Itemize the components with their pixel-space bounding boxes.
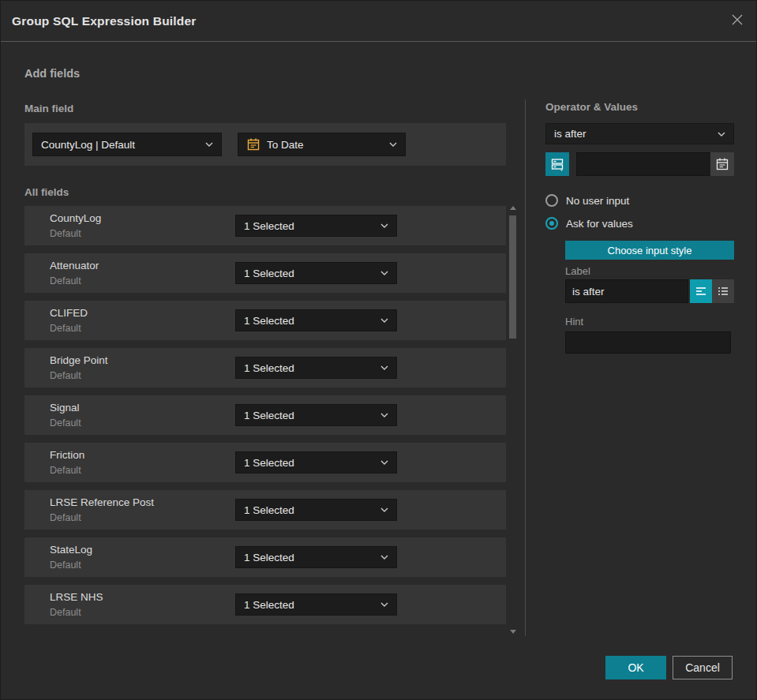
hint-caption: Hint	[565, 316, 583, 328]
radio-no-user-input[interactable]: No user input	[545, 194, 629, 207]
radio-ask-for-values[interactable]: Ask for values	[545, 217, 633, 230]
close-button[interactable]	[728, 12, 747, 31]
label-caption: Label	[565, 265, 590, 277]
all-fields-heading: All fields	[24, 186, 69, 198]
date-picker-button[interactable]	[710, 152, 734, 176]
field-values-select[interactable]: 1 Selected	[235, 593, 397, 616]
chevron-down-icon	[380, 365, 388, 370]
field-row: Bridge Point Default 1 Selected	[24, 348, 506, 387]
scrollbar-thumb[interactable]	[509, 215, 516, 339]
field-row: Signal Default 1 Selected	[24, 395, 506, 435]
chevron-down-icon	[380, 318, 388, 323]
chevron-down-icon	[380, 507, 388, 512]
field-values-select[interactable]: 1 Selected	[235, 357, 397, 379]
radio-icon	[545, 194, 558, 207]
add-fields-heading: Add fields	[24, 67, 80, 80]
main-field-heading: Main field	[24, 103, 73, 114]
value-input-row	[545, 152, 734, 176]
chevron-down-icon	[380, 555, 388, 560]
field-values-select[interactable]: 1 Selected	[235, 451, 397, 474]
main-date-field-select[interactable]: To Date	[238, 133, 406, 156]
field-row: CountyLog Default 1 Selected	[24, 206, 506, 245]
field-values-select[interactable]: 1 Selected	[235, 546, 397, 568]
scroll-up-arrow-icon[interactable]	[510, 206, 516, 210]
list-scrollbar[interactable]	[509, 204, 517, 640]
single-line-input-icon	[695, 285, 707, 298]
chevron-down-icon	[380, 271, 388, 275]
field-row: CLIFED Default 1 Selected	[24, 301, 506, 340]
operator-values-heading: Operator & Values	[545, 101, 638, 113]
field-row: Attenuator Default 1 Selected	[24, 253, 506, 293]
choose-input-style-button[interactable]: Choose input style	[565, 241, 734, 260]
field-values-select[interactable]: 1 Selected	[235, 215, 397, 237]
chevron-down-icon	[380, 602, 388, 607]
field-values-select[interactable]: 1 Selected	[235, 404, 397, 426]
field-row: LRSE Reference Post Default 1 Selected	[24, 490, 506, 530]
list-style-button[interactable]	[712, 279, 734, 303]
single-line-style-button[interactable]	[690, 279, 712, 303]
field-row: LRSE NHS Default 1 Selected	[24, 585, 506, 624]
ok-button[interactable]: OK	[605, 656, 666, 679]
list-input-icon	[717, 285, 729, 298]
group-sql-expression-builder-dialog: Group SQL Expression Builder Add fields …	[0, 0, 757, 700]
chevron-down-icon	[205, 142, 213, 147]
hint-input[interactable]	[565, 331, 731, 354]
dialog-footer: OK Cancel	[605, 656, 733, 679]
main-field-band: CountyLog | Default To Date	[24, 123, 506, 166]
label-input[interactable]	[565, 279, 688, 303]
field-values-select[interactable]: 1 Selected	[235, 262, 397, 284]
chevron-down-icon	[380, 460, 388, 465]
scroll-down-arrow-icon[interactable]	[510, 630, 516, 634]
panel-divider	[525, 99, 526, 636]
main-field-select[interactable]: CountyLog | Default	[32, 133, 222, 156]
field-values-select[interactable]: 1 Selected	[235, 309, 397, 331]
radio-checked-icon	[545, 217, 558, 230]
calendar-icon	[246, 137, 260, 152]
all-fields-list: CountyLog Default 1 Selected Attenuator …	[24, 206, 506, 627]
chevron-down-icon	[389, 142, 397, 147]
dialog-title: Group SQL Expression Builder	[12, 14, 197, 28]
cancel-button[interactable]: Cancel	[673, 656, 733, 679]
field-row: StateLog Default 1 Selected	[24, 537, 506, 577]
dialog-header: Group SQL Expression Builder	[1, 1, 756, 42]
chevron-down-icon	[718, 132, 725, 137]
label-input-row	[565, 279, 734, 303]
calendar-icon	[715, 157, 729, 171]
dynamic-value-source-icon	[550, 157, 564, 171]
field-values-select[interactable]: 1 Selected	[235, 499, 397, 521]
field-row: Friction Default 1 Selected	[24, 443, 506, 482]
value-input[interactable]	[576, 152, 710, 176]
close-icon	[730, 13, 744, 30]
operator-select[interactable]: is after	[545, 123, 734, 144]
dynamic-value-source-button[interactable]	[545, 152, 569, 176]
chevron-down-icon	[380, 413, 388, 417]
chevron-down-icon	[380, 223, 388, 228]
